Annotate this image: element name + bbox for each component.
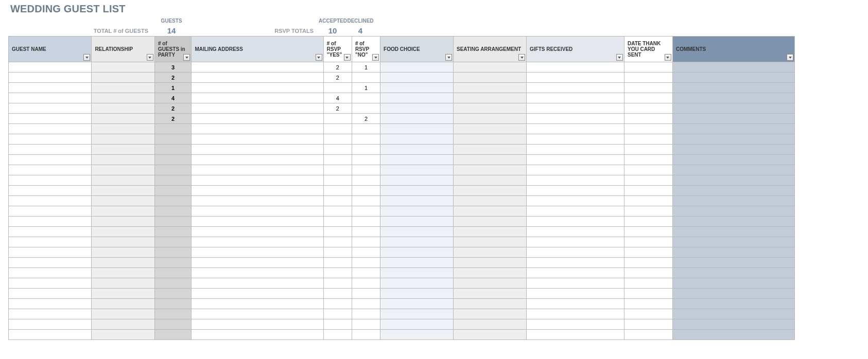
cell-no[interactable]: [352, 124, 380, 134]
cell-party[interactable]: [154, 124, 191, 134]
cell-thank[interactable]: [624, 258, 672, 268]
cell-food[interactable]: [380, 62, 454, 73]
cell-comm[interactable]: [672, 155, 794, 165]
cell-rel[interactable]: [92, 93, 155, 103]
cell-seat[interactable]: [454, 124, 527, 134]
cell-food[interactable]: [380, 278, 454, 289]
cell-food[interactable]: [380, 268, 454, 278]
cell-thank[interactable]: [624, 196, 672, 206]
cell-name[interactable]: [9, 278, 92, 289]
cell-gift[interactable]: [527, 330, 624, 340]
cell-seat[interactable]: [454, 145, 527, 155]
col-guest-name[interactable]: GUEST NAME: [9, 37, 92, 62]
cell-thank[interactable]: [624, 175, 672, 186]
cell-party[interactable]: [154, 217, 191, 227]
cell-party[interactable]: 2: [154, 73, 191, 83]
cell-no[interactable]: [352, 247, 380, 258]
cell-name[interactable]: [9, 237, 92, 247]
cell-name[interactable]: [9, 258, 92, 268]
cell-thank[interactable]: [624, 206, 672, 217]
cell-comm[interactable]: [672, 165, 794, 175]
cell-rel[interactable]: [92, 247, 155, 258]
cell-food[interactable]: [380, 103, 454, 114]
filter-icon[interactable]: [445, 54, 452, 61]
cell-food[interactable]: [380, 237, 454, 247]
cell-party[interactable]: [154, 175, 191, 186]
filter-icon[interactable]: [316, 54, 322, 61]
cell-no[interactable]: [352, 278, 380, 289]
cell-party[interactable]: [154, 186, 191, 196]
col-mailing-address[interactable]: MAILING ADDRESS: [192, 37, 323, 62]
cell-name[interactable]: [9, 217, 92, 227]
cell-yes[interactable]: [323, 237, 352, 247]
cell-seat[interactable]: [454, 103, 527, 114]
cell-seat[interactable]: [454, 73, 527, 83]
cell-name[interactable]: [9, 124, 92, 134]
filter-icon[interactable]: [344, 54, 351, 61]
cell-comm[interactable]: [672, 103, 794, 114]
cell-gift[interactable]: [527, 196, 624, 206]
cell-party[interactable]: [154, 145, 191, 155]
cell-food[interactable]: [380, 186, 454, 196]
cell-party[interactable]: 2: [154, 103, 191, 114]
cell-food[interactable]: [380, 309, 454, 319]
cell-food[interactable]: [380, 175, 454, 186]
cell-yes[interactable]: [323, 299, 352, 309]
cell-seat[interactable]: [454, 175, 527, 186]
cell-food[interactable]: [380, 299, 454, 309]
cell-comm[interactable]: [672, 196, 794, 206]
cell-name[interactable]: [9, 103, 92, 114]
cell-yes[interactable]: [323, 268, 352, 278]
cell-mail[interactable]: [192, 196, 323, 206]
cell-gift[interactable]: [527, 247, 624, 258]
cell-party[interactable]: [154, 196, 191, 206]
cell-no[interactable]: [352, 258, 380, 268]
cell-no[interactable]: [352, 237, 380, 247]
cell-comm[interactable]: [672, 206, 794, 217]
cell-seat[interactable]: [454, 299, 527, 309]
cell-rel[interactable]: [92, 299, 155, 309]
cell-name[interactable]: [9, 289, 92, 299]
cell-food[interactable]: [380, 289, 454, 299]
cell-yes[interactable]: [323, 145, 352, 155]
cell-gift[interactable]: [527, 278, 624, 289]
cell-seat[interactable]: [454, 330, 527, 340]
cell-seat[interactable]: [454, 289, 527, 299]
cell-mail[interactable]: [192, 268, 323, 278]
cell-mail[interactable]: [192, 206, 323, 217]
cell-mail[interactable]: [192, 165, 323, 175]
cell-thank[interactable]: [624, 103, 672, 114]
col-thank-you-date[interactable]: DATE THANK YOU CARD SENT: [624, 37, 672, 62]
cell-food[interactable]: [380, 196, 454, 206]
cell-gift[interactable]: [527, 319, 624, 330]
cell-food[interactable]: [380, 73, 454, 83]
cell-seat[interactable]: [454, 247, 527, 258]
cell-comm[interactable]: [672, 227, 794, 237]
cell-thank[interactable]: [624, 134, 672, 145]
cell-gift[interactable]: [527, 289, 624, 299]
cell-name[interactable]: [9, 319, 92, 330]
cell-yes[interactable]: [323, 155, 352, 165]
cell-yes[interactable]: [323, 278, 352, 289]
cell-yes[interactable]: [323, 319, 352, 330]
cell-name[interactable]: [9, 247, 92, 258]
cell-yes[interactable]: [323, 165, 352, 175]
cell-yes[interactable]: [323, 330, 352, 340]
col-gifts-received[interactable]: GIFTS RECEIVED: [527, 37, 624, 62]
cell-seat[interactable]: [454, 258, 527, 268]
cell-comm[interactable]: [672, 73, 794, 83]
cell-name[interactable]: [9, 268, 92, 278]
cell-food[interactable]: [380, 114, 454, 124]
cell-yes[interactable]: [323, 196, 352, 206]
cell-yes[interactable]: [323, 247, 352, 258]
cell-no[interactable]: [352, 165, 380, 175]
cell-food[interactable]: [380, 155, 454, 165]
cell-mail[interactable]: [192, 309, 323, 319]
cell-food[interactable]: [380, 145, 454, 155]
cell-comm[interactable]: [672, 62, 794, 73]
cell-mail[interactable]: [192, 186, 323, 196]
cell-party[interactable]: [154, 165, 191, 175]
cell-seat[interactable]: [454, 278, 527, 289]
cell-mail[interactable]: [192, 73, 323, 83]
cell-comm[interactable]: [672, 289, 794, 299]
